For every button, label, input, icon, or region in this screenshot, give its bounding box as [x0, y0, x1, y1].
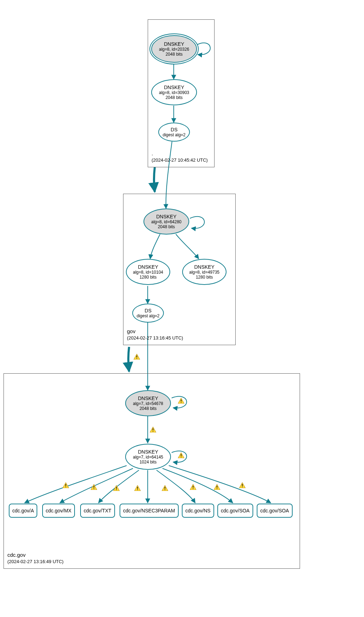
node-gov-zsk1-title: DNSKEY [138, 264, 158, 270]
node-gov-zsk2-l2: alg=8, id=49735 [189, 270, 219, 275]
node-gov-zsk2-title: DNSKEY [194, 264, 215, 270]
node-root-ds-title: DS [171, 127, 177, 132]
node-rr-txt: cdc.gov/TXT [80, 504, 115, 518]
node-cdc-zsk-l3: 1024 bits [140, 460, 157, 465]
zone-cdcgov-time: (2024-02-27 13:16:49 UTC) [7, 559, 64, 565]
node-rr-ns: cdc.gov/NS [182, 504, 214, 518]
node-cdc-zsk-l2: alg=7, id=64145 [133, 455, 163, 460]
rr-n3p-label: cdc.gov/NSEC3PARAM [123, 508, 175, 513]
node-rr-a: cdc.gov/A [9, 504, 37, 518]
zone-gov-name: gov [127, 328, 183, 335]
rr-soa1-label: cdc.gov/SOA [221, 508, 250, 513]
node-gov-ksk-l3: 2048 bits [158, 224, 175, 229]
edge-delegation-root-to-gov [154, 167, 155, 192]
zone-root-name: . [152, 150, 208, 157]
node-root-ksk-l2: alg=8, id=20326 [159, 47, 189, 52]
svg-rect-1 [136, 358, 137, 359]
zone-root-label: . (2024-02-27 10:45:42 UTC) [152, 150, 208, 163]
rr-mx-label: cdc.gov/MX [46, 508, 71, 513]
node-root-ds-l2: digest alg=2 [162, 132, 185, 137]
node-rr-soa1: cdc.gov/SOA [217, 504, 253, 518]
rr-a-label: cdc.gov/A [12, 508, 34, 513]
node-root-ksk-title: DNSKEY [164, 41, 184, 47]
node-root-zsk-l3: 2048 bits [166, 95, 183, 100]
node-gov-zsk2: DNSKEY alg=8, id=49735 1280 bits [182, 259, 226, 285]
rr-txt-label: cdc.gov/TXT [84, 508, 111, 513]
node-root-zsk-title: DNSKEY [164, 85, 184, 90]
node-gov-ds-title: DS [145, 308, 151, 313]
node-cdc-ksk-l3: 2048 bits [140, 406, 157, 411]
node-root-zsk: DNSKEY alg=8, id=30903 2048 bits [151, 79, 197, 105]
rr-ns-label: cdc.gov/NS [185, 508, 211, 513]
warning-icon [134, 354, 140, 360]
zone-cdcgov-label: cdc.gov (2024-02-27 13:16:49 UTC) [7, 551, 64, 565]
node-root-ds: DS digest alg=2 [158, 123, 190, 142]
svg-rect-0 [136, 355, 137, 357]
node-gov-ksk: DNSKEY alg=8, id=64280 2048 bits [143, 208, 189, 235]
node-rr-mx: cdc.gov/MX [42, 504, 75, 518]
node-cdc-ksk: DNSKEY alg=7, id=54678 2048 bits [125, 390, 171, 416]
node-gov-zsk2-l3: 1280 bits [196, 275, 213, 280]
node-gov-ksk-l2: alg=8, id=64280 [151, 219, 181, 224]
node-rr-soa2: cdc.gov/SOA [257, 504, 293, 518]
node-gov-ds-l2: digest alg=2 [136, 313, 159, 318]
node-cdc-zsk: DNSKEY alg=7, id=64145 1024 bits [125, 444, 171, 470]
node-root-ksk: DNSKEY alg=8, id=20326 2048 bits [151, 35, 197, 63]
rr-soa2-label: cdc.gov/SOA [260, 508, 289, 513]
node-gov-zsk1: DNSKEY alg=8, id=10104 1280 bits [126, 259, 170, 285]
node-gov-ksk-title: DNSKEY [156, 214, 177, 219]
node-gov-ds: DS digest alg=2 [132, 304, 164, 323]
zone-gov-time: (2024-02-27 13:16:45 UTC) [127, 335, 183, 341]
edge-delegation-gov-to-cdc [128, 347, 129, 372]
node-gov-zsk1-l3: 1280 bits [140, 275, 157, 280]
zone-cdcgov-name: cdc.gov [7, 551, 64, 559]
node-root-zsk-l2: alg=8, id=30903 [159, 90, 189, 95]
node-cdc-ksk-l2: alg=7, id=54678 [133, 401, 163, 406]
node-cdc-zsk-title: DNSKEY [138, 449, 158, 455]
node-root-ksk-l3: 2048 bits [166, 52, 183, 57]
zone-gov-label: gov (2024-02-27 13:16:45 UTC) [127, 328, 183, 341]
node-gov-zsk1-l2: alg=8, id=10104 [133, 270, 163, 275]
zone-root-time: (2024-02-27 10:45:42 UTC) [152, 157, 208, 163]
node-rr-n3p: cdc.gov/NSEC3PARAM [120, 504, 179, 518]
node-cdc-ksk-title: DNSKEY [138, 395, 158, 401]
